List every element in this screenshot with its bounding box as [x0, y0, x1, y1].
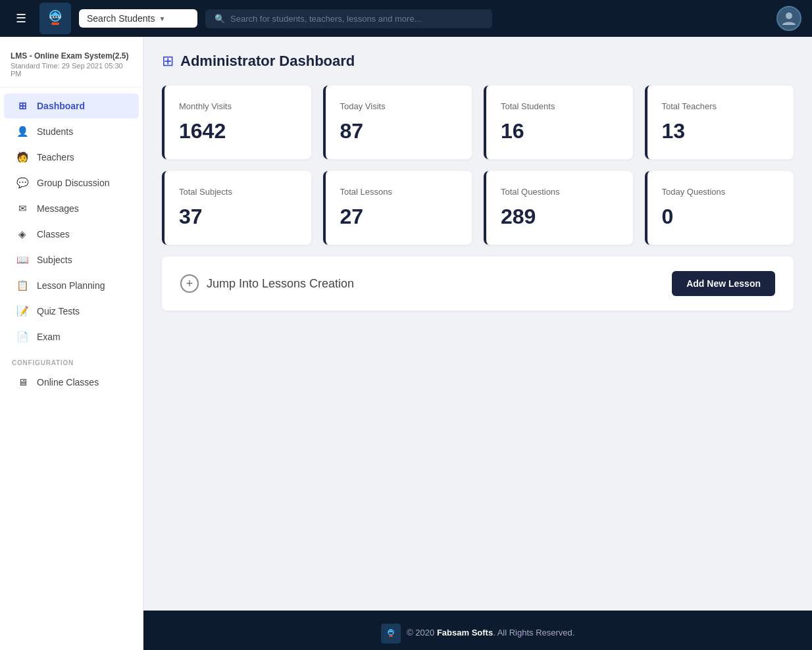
sidebar-item-quiz-tests[interactable]: 📝 Quiz Tests	[4, 299, 139, 324]
dashboard-icon: ⊞	[16, 100, 29, 112]
stat-card-today-questions: Today Questions 0	[645, 171, 794, 245]
stat-value: 27	[340, 205, 458, 229]
banner-text: Jump Into Lessons Creation	[207, 277, 354, 291]
footer-suffix: . All Rights Reserved.	[493, 628, 574, 638]
sidebar-item-messages[interactable]: ✉ Messages	[4, 196, 139, 221]
stats-grid-row1: Monthly Visits 1642 Today Visits 87 Tota…	[162, 86, 794, 159]
page-title: Administrator Dashboard	[180, 53, 355, 70]
sidebar-item-label: Quiz Tests	[37, 306, 80, 316]
sidebar-item-teachers[interactable]: 🧑 Teachers	[4, 145, 139, 170]
stat-value: 16	[501, 119, 619, 143]
messages-icon: ✉	[16, 203, 29, 214]
stat-label: Today Questions	[662, 187, 780, 197]
config-section-label: CONFIGURATION	[0, 350, 143, 369]
stat-card-today-visits: Today Visits 87	[323, 86, 472, 159]
stat-value: 289	[501, 205, 619, 229]
footer-logo-box	[381, 624, 401, 643]
stats-grid-row2: Total Subjects 37 Total Lessons 27 Total…	[162, 171, 794, 245]
footer-logo	[381, 624, 401, 643]
svg-rect-2	[51, 22, 59, 25]
lesson-creation-banner: + Jump Into Lessons Creation Add New Les…	[162, 257, 794, 311]
sidebar-item-lesson-planning[interactable]: 📋 Lesson Planning	[4, 273, 139, 298]
stat-label: Total Questions	[501, 187, 619, 197]
svg-text:EXAM: EXAM	[49, 15, 61, 19]
teachers-icon: 🧑	[16, 151, 29, 163]
top-navigation: ☰ EXAM Search Students ▼ 🔍	[0, 0, 812, 37]
time-label: Standard Time: 29 Sep 2021 05:30 PM	[11, 62, 132, 78]
stat-label: Monthly Visits	[179, 101, 297, 111]
stat-value: 87	[340, 119, 458, 143]
exam-icon: 📄	[16, 331, 29, 343]
group-discussion-icon: 💬	[16, 177, 29, 189]
stat-label: Total Teachers	[662, 101, 780, 111]
footer-brand: Fabsam Softs	[437, 628, 493, 638]
dashboard-header-icon: ⊞	[162, 53, 174, 70]
stat-label: Total Students	[501, 101, 619, 111]
sidebar-item-label: Group Discussion	[37, 178, 110, 188]
search-type-label: Search Students	[87, 13, 155, 24]
sidebar-item-label: Classes	[37, 229, 70, 239]
sidebar-item-label: Dashboard	[37, 101, 85, 111]
stat-card-total-lessons: Total Lessons 27	[323, 171, 472, 245]
sidebar-item-subjects[interactable]: 📖 Subjects	[4, 247, 139, 272]
banner-left: + Jump Into Lessons Creation	[180, 274, 354, 293]
user-avatar[interactable]	[776, 6, 801, 31]
sidebar-item-label: Messages	[37, 203, 79, 214]
sidebar-meta: LMS - Online Exam System(2.5) Standard T…	[0, 45, 143, 88]
classes-icon: ◈	[16, 228, 29, 240]
footer-copyright: © 2020	[407, 628, 437, 638]
sidebar-item-label: Teachers	[37, 152, 74, 162]
sidebar-item-online-classes[interactable]: 🖥 Online Classes	[4, 370, 139, 394]
stat-value: 37	[179, 205, 297, 229]
main-content: ⊞ Administrator Dashboard Monthly Visits…	[143, 37, 812, 611]
stat-value: 0	[662, 205, 780, 229]
page-header: ⊞ Administrator Dashboard	[162, 53, 794, 70]
sidebar: LMS - Online Exam System(2.5) Standard T…	[0, 37, 143, 650]
stat-value: 1642	[179, 119, 297, 143]
sidebar-item-exam[interactable]: 📄 Exam	[4, 324, 139, 349]
stat-label: Total Subjects	[179, 187, 297, 197]
app-logo: EXAM	[39, 3, 71, 34]
sidebar-navigation: ⊞ Dashboard 👤 Students 🧑 Teachers 💬 Grou…	[0, 88, 143, 400]
add-new-lesson-button[interactable]: Add New Lesson	[672, 271, 775, 296]
global-search-input[interactable]	[230, 14, 483, 24]
sidebar-item-label: Lesson Planning	[37, 280, 105, 291]
stat-card-total-students: Total Students 16	[484, 86, 633, 159]
quiz-tests-icon: 📝	[16, 305, 29, 317]
main-layout: LMS - Online Exam System(2.5) Standard T…	[0, 37, 812, 611]
stat-card-monthly-visits: Monthly Visits 1642	[162, 86, 311, 159]
hamburger-button[interactable]: ☰	[11, 9, 32, 28]
sidebar-item-group-discussion[interactable]: 💬 Group Discussion	[4, 170, 139, 195]
stat-card-total-questions: Total Questions 289	[484, 171, 633, 245]
svg-point-4	[786, 12, 792, 19]
stat-card-total-teachers: Total Teachers 13	[645, 86, 794, 159]
stat-card-total-subjects: Total Subjects 37	[162, 171, 311, 245]
sidebar-item-label: Students	[37, 126, 73, 137]
online-classes-icon: 🖥	[16, 376, 29, 388]
subjects-icon: 📖	[16, 254, 29, 266]
global-search-bar: 🔍	[205, 9, 492, 28]
lesson-planning-icon: 📋	[16, 280, 29, 291]
search-icon: 🔍	[215, 14, 225, 24]
sidebar-item-dashboard[interactable]: ⊞ Dashboard	[4, 93, 139, 118]
sidebar-item-label: Exam	[37, 332, 61, 342]
footer: © 2020 Fabsam Softs. All Rights Reserved…	[143, 611, 812, 650]
sidebar-item-label: Subjects	[37, 255, 72, 265]
svg-rect-6	[389, 636, 393, 637]
search-type-dropdown[interactable]: Search Students ▼	[79, 9, 197, 28]
sidebar-item-students[interactable]: 👤 Students	[4, 119, 139, 144]
students-icon: 👤	[16, 126, 29, 138]
sidebar-item-label: Online Classes	[37, 377, 99, 388]
plus-circle-icon: +	[180, 274, 199, 293]
stat-value: 13	[662, 119, 780, 143]
stat-label: Total Lessons	[340, 187, 458, 197]
dropdown-chevron-icon: ▼	[159, 15, 166, 22]
stat-label: Today Visits	[340, 101, 458, 111]
sidebar-item-classes[interactable]: ◈ Classes	[4, 222, 139, 247]
app-name-label: LMS - Online Exam System(2.5)	[11, 51, 132, 61]
